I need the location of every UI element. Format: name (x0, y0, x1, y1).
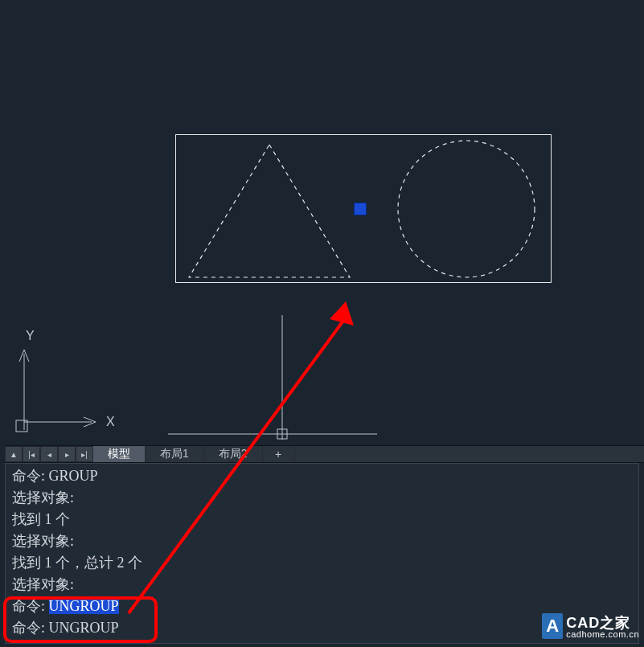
tab-layout1[interactable]: 布局1 (146, 446, 204, 462)
tab-add-button[interactable]: + (263, 446, 295, 462)
cmd-history-line: 命令: GROUP (12, 465, 635, 487)
selection-grip[interactable] (354, 203, 367, 215)
cmd-history-line: 选择对象: (12, 530, 635, 552)
cmd-selected-text: UNGROUP (49, 598, 119, 614)
selected-circle[interactable] (394, 137, 539, 281)
layout-tab-bar: ▲ |◂ ◂ ▸ ▸| 模型 布局1 布局2 + (5, 445, 644, 463)
tab-model[interactable]: 模型 (93, 446, 146, 462)
drawing-canvas[interactable]: Y X (0, 0, 644, 446)
cmd-history-line: 找到 1 个，总计 2 个 (12, 552, 635, 574)
tab-prev-icon[interactable]: ◂ (40, 446, 58, 462)
tab-first-icon[interactable]: |◂ (23, 446, 40, 462)
watermark-url: cadhome.com.cn (566, 630, 639, 639)
tab-layout2[interactable]: 布局2 (204, 446, 263, 462)
svg-text:Y: Y (26, 329, 35, 342)
cmd-history-line: 选择对象: (12, 487, 635, 509)
svg-point-1 (398, 141, 535, 277)
tab-last-icon[interactable]: ▸| (76, 446, 93, 462)
watermark-badge-icon: A (542, 613, 563, 639)
tab-next-icon[interactable]: ▸ (58, 446, 76, 462)
crosshair-cursor (168, 315, 385, 444)
svg-text:X: X (106, 415, 115, 428)
selected-triangle[interactable] (185, 141, 354, 281)
svg-marker-0 (189, 145, 350, 277)
cmd-prompt: 命令: (12, 598, 49, 614)
cmd-history-line: 选择对象: (12, 574, 635, 596)
cmd-history-line: 找到 1 个 (12, 509, 635, 530)
watermark-title: CAD之家 (566, 616, 639, 630)
ucs-icon: Y X (11, 317, 132, 446)
tab-scroll-up-icon[interactable]: ▲ (5, 446, 23, 462)
watermark: A CAD之家 cadhome.com.cn (542, 613, 639, 639)
